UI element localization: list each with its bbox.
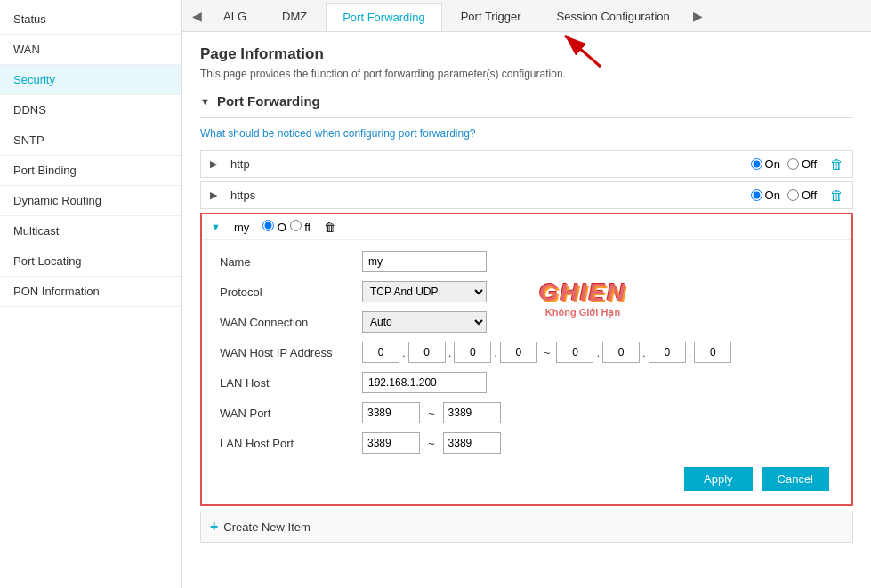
wan-port-to[interactable] bbox=[443, 402, 501, 423]
protocol-select[interactable]: TCP And UDPTCPUDP bbox=[362, 281, 487, 302]
wan-ip-from-2[interactable] bbox=[408, 342, 446, 363]
expanded-row-header: ▼ my O ff 🗑 bbox=[202, 214, 851, 240]
help-link[interactable]: What should be noticed when configuring … bbox=[200, 127, 853, 140]
sidebar-item-status[interactable]: Status bbox=[0, 4, 181, 35]
wan-ip-label: WAN Host IP Address bbox=[220, 346, 353, 359]
row-on-radio-https[interactable] bbox=[751, 189, 762, 201]
pf-rows-container: ▶ http On Off 🗑 ▶ https On Off 🗑 bbox=[200, 150, 853, 209]
sidebar: StatusWANSecurityDDNSSNTPPort BindingDyn… bbox=[0, 0, 182, 588]
form-row-wan-port: WAN Port ~ bbox=[220, 402, 834, 423]
wan-ip-to-2[interactable] bbox=[602, 342, 640, 363]
wan-ip-from-3[interactable] bbox=[454, 342, 491, 363]
expanded-row-name: my bbox=[234, 221, 249, 234]
create-new-item[interactable]: + Create New Item bbox=[200, 511, 853, 543]
wan-ip-to-1[interactable] bbox=[556, 342, 593, 363]
lan-port-to[interactable] bbox=[443, 432, 501, 454]
main-content: ◀ ALGDMZPort ForwardingPort TriggerSessi… bbox=[182, 0, 871, 588]
sidebar-item-pon-information[interactable]: PON Information bbox=[0, 277, 181, 307]
sidebar-item-port-locating[interactable]: Port Locating bbox=[0, 246, 181, 277]
lan-port-label: LAN Host Port bbox=[220, 437, 353, 450]
wan-port-from[interactable] bbox=[362, 402, 420, 423]
tab-scroll-right[interactable]: ▶ bbox=[689, 3, 708, 29]
pf-row-http: ▶ http On Off 🗑 bbox=[200, 150, 853, 178]
tab-dmz[interactable]: DMZ bbox=[265, 2, 324, 30]
wan-ip-from-4[interactable] bbox=[500, 342, 537, 363]
delete-icon-https[interactable]: 🗑 bbox=[830, 188, 843, 203]
wan-connection-label: WAN Connection bbox=[220, 316, 353, 329]
form-row-name: Name bbox=[220, 251, 834, 272]
pf-row-https: ▶ https On Off 🗑 bbox=[200, 181, 853, 209]
lan-port-group: ~ bbox=[362, 432, 501, 454]
row-on-radio-http[interactable] bbox=[751, 158, 762, 170]
row-off-radio-https[interactable] bbox=[787, 189, 799, 201]
cancel-button[interactable]: Cancel bbox=[762, 467, 829, 491]
row-arrow-https[interactable]: ▶ bbox=[210, 189, 217, 201]
expanded-row-radio-group: O ff bbox=[262, 220, 310, 234]
row-off-label-https[interactable]: Off bbox=[787, 189, 817, 202]
tab-alg[interactable]: ALG bbox=[206, 2, 263, 30]
form-actions: Apply Cancel bbox=[220, 467, 834, 491]
tab-session-configuration[interactable]: Session Configuration bbox=[540, 2, 687, 30]
section-triangle: ▼ bbox=[200, 96, 210, 107]
row-arrow-http[interactable]: ▶ bbox=[210, 158, 217, 170]
expanded-row: ▼ my O ff 🗑 Name bbox=[200, 213, 853, 506]
delete-icon-http[interactable]: 🗑 bbox=[830, 157, 843, 172]
sidebar-item-sntp[interactable]: SNTP bbox=[0, 125, 181, 156]
sidebar-item-multicast[interactable]: Multicast bbox=[0, 216, 181, 246]
wan-connection-select[interactable]: Auto bbox=[362, 311, 487, 333]
section-title: Port Forwarding bbox=[217, 93, 320, 109]
tab-scroll-left[interactable]: ◀ bbox=[187, 3, 206, 29]
row-radio-group-http: On Off bbox=[751, 157, 817, 171]
create-new-label: Create New Item bbox=[223, 520, 310, 534]
page-info-title: Page Information bbox=[200, 45, 853, 63]
page-info-desc: This page provides the function of port … bbox=[200, 68, 853, 80]
wan-ip-to-4[interactable] bbox=[694, 342, 731, 363]
divider bbox=[200, 117, 853, 118]
form-row-lan-port: LAN Host Port ~ bbox=[220, 432, 834, 454]
row-name-http: http bbox=[230, 157, 738, 171]
expanded-delete-icon[interactable]: 🗑 bbox=[324, 221, 335, 234]
wan-port-label: WAN Port bbox=[220, 407, 353, 420]
lan-port-from[interactable] bbox=[362, 432, 420, 454]
create-new-icon: + bbox=[210, 519, 218, 535]
lan-host-label: LAN Host bbox=[220, 376, 353, 390]
form-row-wan-ip: WAN Host IP Address . . . ~ . . bbox=[220, 342, 834, 363]
wan-ip-group: . . . ~ . . . bbox=[362, 342, 731, 363]
form-row-wan-connection: WAN Connection Auto bbox=[220, 311, 834, 333]
content-area: Page Information This page provides the … bbox=[182, 32, 871, 588]
row-off-radio-http[interactable] bbox=[787, 158, 799, 170]
protocol-label: Protocol bbox=[220, 286, 353, 299]
expanded-off-radio-label[interactable]: ff bbox=[290, 221, 311, 234]
expanded-on-label: O bbox=[278, 221, 286, 234]
name-input[interactable] bbox=[362, 251, 487, 272]
row-on-label-http[interactable]: On bbox=[751, 157, 780, 171]
lan-host-input[interactable] bbox=[362, 372, 487, 393]
sidebar-item-wan[interactable]: WAN bbox=[0, 35, 181, 65]
row-radio-group-https: On Off bbox=[751, 189, 817, 202]
expanded-on-radio-label[interactable]: O bbox=[262, 221, 289, 234]
sidebar-item-security[interactable]: Security bbox=[0, 65, 181, 95]
wan-ip-from-1[interactable] bbox=[362, 342, 399, 363]
apply-button[interactable]: Apply bbox=[684, 467, 753, 491]
tabs-bar: ◀ ALGDMZPort ForwardingPort TriggerSessi… bbox=[182, 0, 871, 32]
section-header: ▼ Port Forwarding bbox=[200, 93, 853, 109]
sidebar-item-ddns[interactable]: DDNS bbox=[0, 95, 181, 125]
form-row-protocol: Protocol TCP And UDPTCPUDP bbox=[220, 281, 834, 302]
form-area: Name Protocol TCP And UDPTCPUDP WAN Conn… bbox=[202, 240, 851, 504]
row-name-https: https bbox=[230, 189, 738, 202]
tab-port-forwarding[interactable]: Port Forwarding bbox=[326, 3, 441, 31]
row-on-label-https[interactable]: On bbox=[751, 189, 780, 202]
row-off-label-http[interactable]: Off bbox=[787, 157, 817, 171]
sidebar-item-dynamic-routing[interactable]: Dynamic Routing bbox=[0, 186, 181, 216]
name-label: Name bbox=[220, 255, 353, 269]
expanded-on-radio[interactable] bbox=[262, 220, 274, 231]
expanded-row-arrow[interactable]: ▼ bbox=[211, 222, 221, 232]
form-row-lan-host: LAN Host bbox=[220, 372, 834, 393]
wan-port-group: ~ bbox=[362, 402, 501, 423]
expanded-off-radio[interactable] bbox=[290, 220, 302, 231]
wan-ip-to-3[interactable] bbox=[649, 342, 686, 363]
tab-port-trigger[interactable]: Port Trigger bbox=[444, 2, 538, 30]
expanded-off-label: ff bbox=[304, 221, 310, 234]
sidebar-item-port-binding[interactable]: Port Binding bbox=[0, 156, 181, 186]
